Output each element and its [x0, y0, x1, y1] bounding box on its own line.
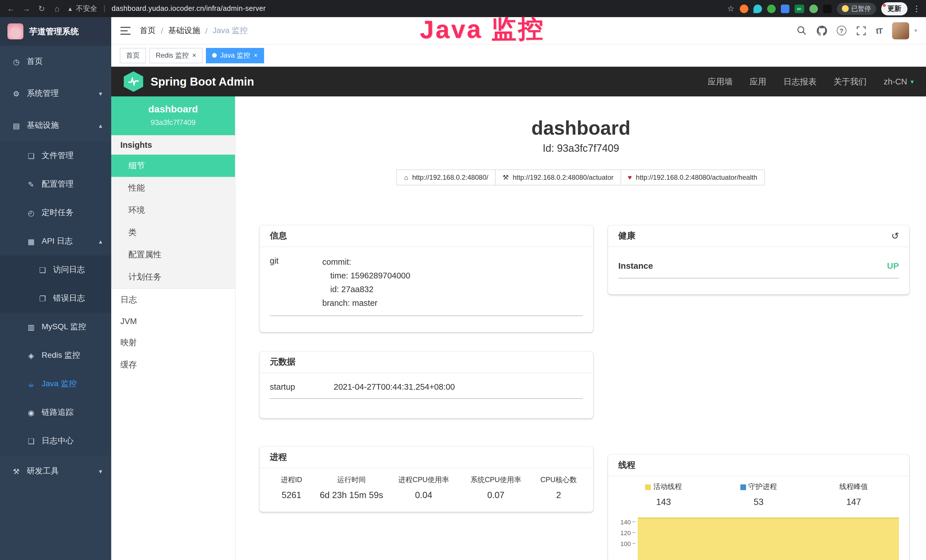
home-icon[interactable]: ⌂: [52, 4, 62, 13]
locale-selector[interactable]: zh-CN ▾: [884, 77, 914, 86]
sidebar-item-caches[interactable]: 缓存: [111, 354, 235, 376]
paused-badge[interactable]: 已暂停: [837, 3, 876, 15]
home-link-icon: ⌂: [404, 173, 409, 182]
daemon-threads-label: 守护进程: [748, 482, 777, 492]
sba-nav-applications[interactable]: 应用: [750, 76, 766, 87]
tab-redis-monitor[interactable]: Redis 监控 ×: [150, 48, 203, 63]
hamburger-icon[interactable]: [120, 27, 131, 35]
smiley-icon: [841, 5, 849, 12]
tab-home[interactable]: 首页: [120, 48, 146, 63]
github-icon[interactable]: [817, 26, 827, 36]
health-card-title: 健康: [618, 230, 635, 241]
sidebar-item-java-monitor[interactable]: ☕ Java 监控: [0, 370, 111, 398]
chevron-down-icon: ▾: [911, 78, 914, 85]
extension-icon-7[interactable]: [823, 4, 831, 13]
sidebar-item-devtools[interactable]: ⚒ 研发工具 ▾: [0, 455, 111, 487]
process-col-cpu: 进程CPU使用率: [390, 475, 457, 485]
edit-icon: ✎: [26, 180, 36, 189]
sidebar-item-log-center[interactable]: ❑ 日志中心: [0, 427, 111, 455]
back-icon[interactable]: ←: [6, 4, 16, 13]
sidebar-item-tracing[interactable]: ◉ 链路追踪: [0, 398, 111, 427]
sidebar-item-mappings[interactable]: 映射: [111, 331, 235, 354]
process-syscpu-value: 0.07: [462, 490, 530, 500]
insight-item-details[interactable]: 细节: [111, 154, 235, 177]
bookmark-star-icon[interactable]: ☆: [727, 4, 734, 13]
mysql-icon: ▥: [26, 322, 36, 331]
process-cpu-value: 0.04: [390, 490, 457, 500]
caret-down-icon[interactable]: ▾: [914, 27, 917, 34]
daemon-threads-swatch: [740, 484, 746, 490]
sidebar-item-infrastructure[interactable]: ▤ 基础设施 ▴: [0, 109, 111, 141]
sba-nav-about[interactable]: 关于我们: [834, 76, 867, 87]
metadata-card: 元数据 startup 2021-04-27T00:44:31.254+08:0…: [260, 351, 593, 418]
log-center-icon: ❑: [26, 437, 36, 445]
sidebar-item-logs[interactable]: 日志: [111, 289, 235, 311]
extension-icon-1[interactable]: [740, 4, 748, 13]
help-icon[interactable]: ?: [837, 26, 846, 35]
extension-icon-2[interactable]: [753, 4, 762, 13]
process-pid-value: 5261: [270, 490, 313, 500]
sidebar-item-redis-monitor[interactable]: ◈ Redis 监控: [0, 341, 111, 370]
close-icon[interactable]: ×: [254, 52, 257, 59]
instance-name: dashboard: [116, 104, 230, 115]
app-logo-row[interactable]: 芋道管理系统: [0, 17, 111, 45]
sidebar-item-config-management[interactable]: ✎ 配置管理: [0, 170, 111, 198]
insight-item-classes[interactable]: 类: [111, 221, 235, 244]
instance-header[interactable]: dashboard 93a3fc7f7409: [111, 97, 235, 135]
sba-nav-journal[interactable]: 日志报表: [784, 76, 817, 87]
error-log-icon: ❐: [38, 294, 47, 303]
update-button[interactable]: 更新: [881, 2, 908, 15]
sidebar-item-error-logs[interactable]: ❐ 错误日志: [0, 284, 111, 313]
service-url-link[interactable]: ⌂ http://192.168.0.2:48080/: [397, 170, 496, 185]
sidebar-item-home[interactable]: ◷ 首页: [0, 45, 111, 77]
git-time-line: time: 1596289704000: [322, 269, 410, 282]
tab-java-monitor[interactable]: Java 监控 ×: [206, 48, 264, 63]
address-bar[interactable]: dashboard.yudao.iocoder.cn/infra/admin-s…: [112, 5, 266, 12]
extension-icon-6[interactable]: [809, 4, 818, 13]
extension-icon-5[interactable]: on: [794, 4, 804, 13]
sba-nav-wallboard[interactable]: 应用墙: [708, 76, 732, 87]
url-separator: |: [103, 5, 106, 12]
search-icon[interactable]: [797, 26, 807, 36]
breadcrumb-home[interactable]: 首页: [140, 26, 156, 36]
git-label: git: [270, 255, 322, 310]
instance-sidebar: dashboard 93a3fc7f7409 Insights 细节 性能 环境…: [111, 97, 236, 560]
timer-icon: ◴: [26, 209, 36, 217]
sba-brand[interactable]: Spring Boot Admin: [124, 71, 254, 92]
extension-icon-3[interactable]: [767, 4, 775, 13]
avatar[interactable]: [892, 22, 909, 39]
font-size-icon[interactable]: tT: [876, 26, 882, 35]
breadcrumb-infrastructure[interactable]: 基础设施: [168, 26, 200, 36]
browser-menu-icon[interactable]: ⋮: [912, 4, 921, 13]
insights-group-label: Insights: [111, 135, 235, 154]
actuator-url-link[interactable]: ⚒ http://192.168.0.2:48080/actuator: [495, 170, 621, 185]
sidebar-item-file-management[interactable]: ❏ 文件管理: [0, 141, 111, 170]
app-sidebar: 芋道管理系统 ◷ 首页 ⚙ 系统管理 ▾ ▤ 基础设施 ▴ ❏ 文件管理 ✎ 配…: [0, 17, 111, 560]
forward-icon[interactable]: →: [21, 4, 31, 13]
info-card: 信息 git commit: time: 1596289704000 id: 2…: [260, 226, 593, 332]
health-url-link[interactable]: ♥ http://192.168.0.2:48080/actuator/heal…: [620, 170, 764, 185]
threads-card-title: 线程: [618, 460, 635, 471]
fullscreen-icon[interactable]: [856, 26, 866, 36]
screenshot-root: ← → ↻ ⌂ ▲ 不安全 | dashboard.yudao.iocoder.…: [0, 0, 926, 560]
sidebar-item-system-management[interactable]: ⚙ 系统管理 ▾: [0, 77, 111, 109]
sidebar-item-mysql-monitor[interactable]: ▥ MySQL 监控: [0, 313, 111, 341]
gear-icon: ⚙: [11, 89, 21, 98]
sidebar-item-access-logs[interactable]: ❏ 访问日志: [0, 256, 111, 284]
sidebar-item-scheduled-jobs[interactable]: ◴ 定时任务: [0, 198, 111, 227]
close-icon[interactable]: ×: [192, 52, 196, 59]
extension-icon-4[interactable]: [781, 4, 789, 13]
insight-item-metrics[interactable]: 性能: [111, 177, 235, 199]
reload-icon[interactable]: ↻: [36, 4, 47, 13]
sidebar-item-api-logs[interactable]: ▦ API 日志 ▴: [0, 227, 111, 256]
insight-item-config-props[interactable]: 配置属性: [111, 244, 235, 266]
history-icon[interactable]: ↺: [891, 230, 899, 241]
chevron-down-icon: ▾: [99, 90, 102, 97]
insight-item-scheduled-tasks[interactable]: 计划任务: [111, 266, 235, 288]
health-instance-row[interactable]: Instance UP: [618, 261, 899, 278]
insight-item-environment[interactable]: 环境: [111, 199, 235, 221]
threads-card: 线程 活动线程 143: [608, 455, 909, 560]
security-chip[interactable]: ▲ 不安全: [67, 4, 97, 14]
sidebar-item-jvm[interactable]: JVM: [111, 311, 235, 331]
app-title: 芋道管理系统: [29, 26, 79, 37]
